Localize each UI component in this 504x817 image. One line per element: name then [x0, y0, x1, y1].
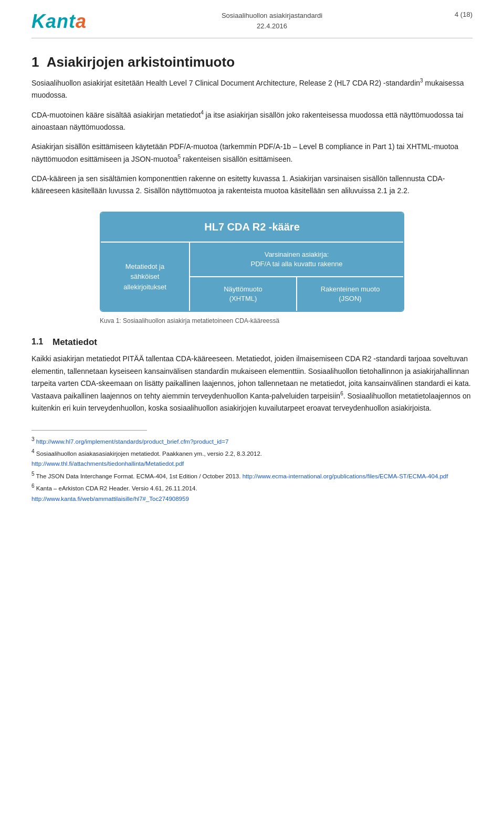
hl7-sub-right: Rakenteinen muoto(JSON)	[297, 277, 403, 311]
page-number: 4 (18)	[455, 11, 472, 18]
footnote-6-url[interactable]: http://www.kanta.fi/web/ammattilaisille/…	[32, 496, 189, 502]
footnote-4: 4 Sosiaalihuollon asiakasasiakirjojen me…	[32, 447, 472, 459]
section1-heading: Asiakirjojen arkistointimuoto	[47, 54, 235, 70]
footnote-3-link[interactable]: http://www.hl7.org/implement/standards/p…	[36, 438, 229, 444]
footnote-3: 3 http://www.hl7.org/implement/standards…	[32, 435, 472, 447]
hl7-right-top: Varsinainen asiakirja:PDF/A tai alla kuv…	[190, 243, 403, 277]
hl7-sub-left: Näyttömuoto(XHTML)	[190, 277, 297, 311]
section1-para2: CDA-muotoinen kääre sisältää asiakirjan …	[32, 109, 472, 133]
footnote-6: 6 Kanta – eArkiston CDA R2 Header. Versi…	[32, 481, 472, 494]
doc-date: 22.4.2016	[222, 21, 322, 32]
hl7-bottom: Metatiedot jasähköisetallekirjoitukset V…	[101, 243, 403, 311]
section1-para3: Asiakirjan sisällön esittämiseen käytetä…	[32, 141, 472, 165]
hl7-right-bottom: Näyttömuoto(XHTML) Rakenteinen muoto(JSO…	[190, 277, 403, 311]
hl7-left-label: Metatiedot jasähköisetallekirjoitukset	[101, 243, 190, 311]
hl7-title: HL7 CDA R2 -kääre	[101, 213, 403, 243]
section1-1-header: 1.1 Metatiedot	[32, 337, 472, 348]
footnote-6-link: http://www.kanta.fi/web/ammattilaisille/…	[32, 494, 472, 505]
logo-text: Kanta	[32, 11, 87, 32]
footnote-5: 5 The JSON Data Interchange Format. ECMA…	[32, 469, 472, 481]
section1-title: 1 Asiakirjojen arkistointimuoto	[32, 54, 472, 70]
diagram-container: HL7 CDA R2 -kääre Metatiedot jasähköiset…	[32, 212, 472, 334]
hl7-diagram: HL7 CDA R2 -kääre Metatiedot jasähköiset…	[100, 212, 404, 312]
footnote-4-link: http://www.thl.fi/attachments/tiedonhall…	[32, 459, 472, 469]
section1-number: 1	[32, 54, 39, 70]
section1-para4: CDA-kääreen ja sen sisältämien komponent…	[32, 173, 472, 197]
doc-title-block: Sosiaalihuollon asiakirjastandardi 22.4.…	[222, 11, 322, 31]
doc-title: Sosiaalihuollon asiakirjastandardi	[222, 11, 322, 21]
footnotes-divider	[32, 430, 147, 431]
footnote-4-url[interactable]: http://www.thl.fi/attachments/tiedonhall…	[32, 460, 184, 467]
page-header: Kanta Sosiaalihuollon asiakirjastandardi…	[32, 11, 472, 33]
header-divider	[32, 38, 472, 38]
footnotes-section: 3 http://www.hl7.org/implement/standards…	[32, 435, 472, 505]
section1-1-title: Metatiedot	[52, 337, 97, 348]
section1-1-para1: Kaikki asiakirjan metatiedot PITÄÄ talle…	[32, 353, 472, 414]
hl7-right-col: Varsinainen asiakirja:PDF/A tai alla kuv…	[190, 243, 403, 311]
footnote-5-link[interactable]: http://www.ecma-international.org/public…	[243, 473, 448, 479]
figure-caption: Kuva 1: Sosiaalihuollon asiakirja metati…	[100, 317, 404, 324]
logo: Kanta	[32, 11, 89, 33]
section1-1-number: 1.1	[32, 337, 52, 347]
section1-para1: Sosiaalihuollon asiakirjat esitetään Hea…	[32, 77, 472, 101]
